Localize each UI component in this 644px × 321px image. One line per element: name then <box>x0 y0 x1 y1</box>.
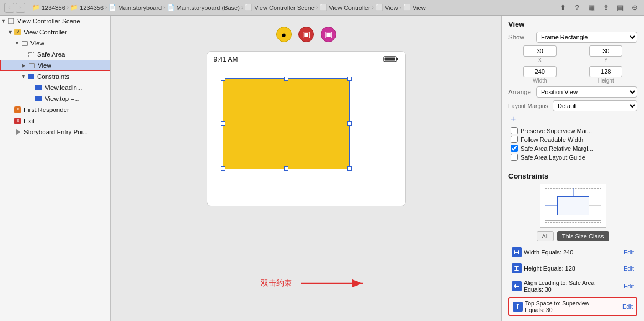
preserve-sv-checkbox[interactable] <box>511 127 518 134</box>
constraint-width-icon <box>512 247 522 257</box>
yellow-view[interactable] <box>223 78 350 169</box>
sep-4: › <box>241 4 243 11</box>
expand-icon-constraints: ▼ <box>21 74 27 79</box>
handle-tl[interactable] <box>221 77 225 81</box>
annotation-group: 双击约束 <box>261 273 367 293</box>
constraint-row-width: Width Equals: 240 Edit <box>508 246 637 259</box>
expand-icon-scene: ▼ <box>1 18 7 24</box>
safe-area-layout-checkbox[interactable] <box>511 154 518 161</box>
forward-button[interactable]: › <box>16 3 25 13</box>
breadcrumb-item-7[interactable]: ⬜ View <box>375 4 398 11</box>
tree-safe-area[interactable]: ▶ Safe Area <box>0 49 110 60</box>
breadcrumb-item-2[interactable]: 📁 1234356 <box>70 4 104 11</box>
constraint-top-edit[interactable]: Edit <box>622 303 633 310</box>
cd-line-left <box>545 206 557 206</box>
constraint-leading-edit[interactable]: Edit <box>624 283 634 289</box>
safe-area-margins-label: Safe Area Relative Margi... <box>521 145 593 152</box>
tree-sb-entry[interactable]: ▶ Storyboard Entry Poi... <box>0 126 110 137</box>
show-label: Show <box>508 34 536 40</box>
sb-entry-label: Storyboard Entry Poi... <box>24 129 88 135</box>
tool-red-button[interactable]: ▣ <box>298 27 314 42</box>
svg-rect-8 <box>518 250 519 254</box>
grid-icon[interactable]: ▦ <box>586 3 596 13</box>
constraint-height-edit[interactable]: Edit <box>624 265 634 272</box>
checkbox-4: Safe Area Layout Guide <box>511 154 637 161</box>
help-icon[interactable]: ? <box>572 3 582 13</box>
breadcrumb-item-3[interactable]: 📄 Main.storyboard <box>109 4 162 11</box>
tree-first-responder[interactable]: ▶ F First Responder <box>0 104 110 115</box>
tree-constraint-leading[interactable]: ▶ View.leadin... <box>0 82 110 93</box>
view-icon-selected <box>27 62 36 69</box>
sidebar-icon[interactable]: ▤ <box>615 3 625 13</box>
tree-vc[interactable]: ▼ V View Controller <box>0 27 110 38</box>
breadcrumb-item-5[interactable]: ⬜ View Controller Scene <box>245 4 315 11</box>
constraint-width-edit[interactable]: Edit <box>624 249 634 256</box>
checkboxes-group: + Preserve Superview Mar... Follow Reada… <box>508 114 637 161</box>
left-panel: ▼ View Controller Scene ▼ V View Control… <box>0 16 111 321</box>
handle-bl[interactable] <box>221 166 225 171</box>
tab-all[interactable]: All <box>537 231 553 241</box>
annotation-text: 双击约束 <box>261 278 292 288</box>
add-constraint-plus[interactable]: + <box>511 114 516 124</box>
safe-area-margins-checkbox[interactable] <box>511 145 518 152</box>
x-input[interactable]: 30 <box>523 45 557 57</box>
cd-line-right <box>589 206 601 206</box>
scene-icon-1: ⬜ <box>245 4 253 11</box>
breadcrumb-item-1[interactable]: 📁 1234356 <box>32 4 65 11</box>
arrange-select[interactable]: Position View <box>536 86 637 98</box>
layout-margins-select[interactable]: Default <box>553 100 637 111</box>
sep-6: › <box>372 4 374 11</box>
follow-rw-checkbox[interactable] <box>511 136 518 143</box>
status-battery <box>383 55 399 64</box>
expand-icon-view-sel: ▶ <box>22 63 27 68</box>
constraints-section: Constraints All This Size Class <box>502 167 644 321</box>
tab-this-size[interactable]: This Size Class <box>557 231 609 241</box>
breadcrumb-item-4[interactable]: 📄 Main.storyboard (Base) <box>167 4 240 11</box>
width-field: Width <box>508 66 571 84</box>
cd-inner <box>557 196 589 215</box>
upload-icon[interactable]: ⇪ <box>601 3 611 13</box>
breadcrumb-item-8[interactable]: ⬜ View <box>403 4 426 11</box>
constraint-top-label: View.top =... <box>45 95 80 102</box>
constraint-row-height: Height Equals: 128 Edit <box>508 262 637 275</box>
handle-tr[interactable] <box>347 77 352 81</box>
tree-exit[interactable]: ▶ E Exit <box>0 115 110 126</box>
phone-frame: 9:41 AM <box>207 51 406 206</box>
first-responder-label: First Responder <box>24 106 69 113</box>
height-input[interactable] <box>589 66 622 77</box>
vc-label: View Controller <box>24 29 67 35</box>
tool-pink-button[interactable]: ▣ <box>321 27 336 42</box>
main-area: ▼ View Controller Scene ▼ V View Control… <box>0 16 644 321</box>
y-field: 30 Y <box>575 45 638 63</box>
share-icon[interactable]: ⬆ <box>558 3 568 13</box>
canvas-toolbar: ● ▣ ▣ <box>276 27 336 42</box>
width-input[interactable] <box>523 66 557 77</box>
tool-yellow-button[interactable]: ● <box>276 27 292 42</box>
sep-5: › <box>316 4 318 11</box>
vc-icon-bc: ⬜ <box>320 4 327 11</box>
view-parent-label: View <box>30 40 44 47</box>
view-section: View Show Frame Rectangle 30 X 30 Y <box>502 16 644 167</box>
y-input[interactable]: 30 <box>589 45 622 57</box>
exit-label: Exit <box>24 118 34 124</box>
add-icon[interactable]: ⊕ <box>630 3 640 13</box>
handle-bm[interactable] <box>284 166 288 171</box>
tree-view-parent[interactable]: ▼ View <box>0 38 110 49</box>
expand-icon-safe-area: ▶ <box>21 52 27 57</box>
tree-constraints[interactable]: ▼ Constraints <box>0 71 110 82</box>
show-select[interactable]: Frame Rectangle <box>536 32 637 43</box>
svg-rect-10 <box>514 266 519 267</box>
back-button[interactable]: ‹ <box>4 3 14 13</box>
handle-ml[interactable] <box>221 121 225 126</box>
nav-buttons: ‹ › <box>4 3 25 13</box>
status-time: 9:41 AM <box>214 55 238 63</box>
handle-mr[interactable] <box>347 121 352 126</box>
tree-constraint-top[interactable]: ▶ View.top =... <box>0 93 110 104</box>
storyboard-icon-2: 📄 <box>167 4 175 11</box>
handle-br[interactable] <box>347 166 352 171</box>
handle-tm[interactable] <box>284 77 288 81</box>
breadcrumb-item-6[interactable]: ⬜ View Controller <box>320 4 370 11</box>
topbar-right-icons: ⬆ ? ▦ ⇪ ▤ ⊕ <box>558 3 640 13</box>
tree-vc-scene[interactable]: ▼ View Controller Scene <box>0 16 110 27</box>
tree-view-selected[interactable]: ▶ View <box>0 60 110 71</box>
